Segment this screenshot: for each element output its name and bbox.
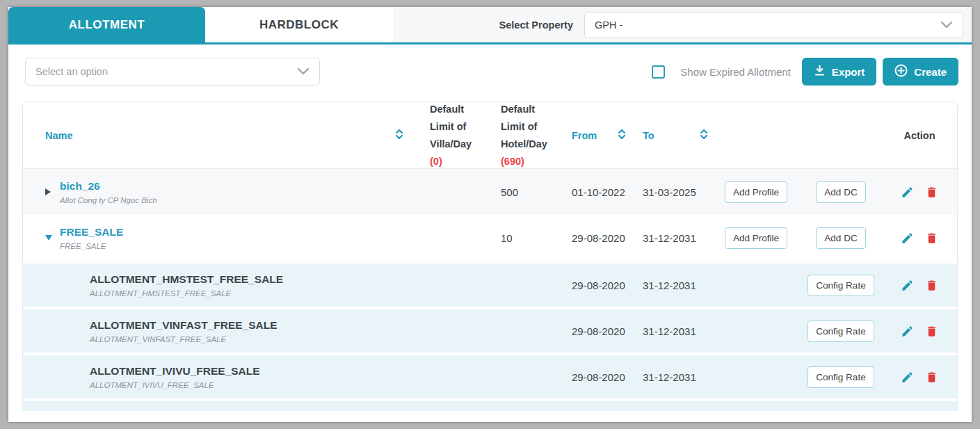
delete-icon[interactable] [925, 371, 938, 384]
delete-icon[interactable] [925, 232, 938, 245]
expand-caret-icon[interactable] [45, 188, 51, 195]
name-stack: ALLOTMENT_VINFAST_FREE_SALE ALLOTMENT_VI… [90, 319, 278, 343]
hotel-limit-count: (690) [501, 153, 559, 170]
show-expired-label: Show Expired Allotment [680, 66, 790, 78]
to-date-cell: 31-12-2031 [630, 232, 712, 244]
export-button-label: Export [832, 66, 865, 78]
column-header-from[interactable]: From [559, 128, 630, 143]
hotel-limit-line2: Hotel/Day [501, 136, 559, 153]
desktop-frame: ALLOTMENT HARDBLOCK Select Property GPH … [0, 0, 980, 429]
action-cell [882, 371, 957, 384]
table-row-partial [23, 401, 957, 411]
table-row-free-sale: FREE_SALE FREE_SALE 10 29-08-2020 31-12-… [23, 215, 957, 261]
row-subtitle: ALLOTMENT_VINFAST_FREE_SALE [90, 335, 278, 343]
row-subtitle: FREE_SALE [60, 242, 123, 250]
name-stack: bich_26 Allot Cong ty CP Ngoc Bich [60, 180, 157, 204]
name-stack: ALLOTMENT_IVIVU_FREE_SALE ALLOTMENT_IVIV… [90, 365, 260, 389]
column-header-name[interactable]: Name [23, 128, 413, 143]
name-cell: bich_26 Allot Cong ty CP Ngoc Bich [23, 180, 413, 204]
hotel-limit-cell: 10 [483, 232, 559, 244]
row-name[interactable]: ALLOTMENT_VINFAST_FREE_SALE [90, 319, 278, 332]
config-rate-button[interactable]: Config Rate [808, 275, 874, 296]
to-date-cell: 31-03-2025 [630, 186, 712, 198]
delete-icon[interactable] [925, 325, 938, 338]
sort-chevrons-icon[interactable] [618, 128, 626, 143]
chevron-down-icon [297, 65, 310, 78]
name-cell: FREE_SALE FREE_SALE [23, 226, 413, 250]
name-header-label: Name [45, 130, 73, 141]
download-icon [814, 65, 826, 79]
table-row-hmstest: ALLOTMENT_HMSTEST_FREE_SALE ALLOTMENT_HM… [23, 261, 957, 307]
create-button-label: Create [914, 66, 947, 78]
to-date-cell: 31-12-2031 [630, 325, 712, 337]
property-selector-group: Select Property GPH - [393, 7, 972, 42]
allotment-table: Name Default Limit of Villa/Day (0) Defa… [22, 102, 958, 411]
row-subtitle: ALLOTMENT_IVIVU_FREE_SALE [90, 381, 260, 389]
action-cell [882, 325, 957, 338]
action-cell [882, 279, 957, 292]
table-row-ivivu: ALLOTMENT_IVIVU_FREE_SALE ALLOTMENT_IVIV… [23, 353, 957, 398]
villa-limit-line2: Villa/Day [430, 136, 483, 153]
from-date-cell: 29-08-2020 [559, 232, 630, 244]
table-row-vinfast: ALLOTMENT_VINFAST_FREE_SALE ALLOTMENT_VI… [23, 307, 957, 353]
add-dc-button[interactable]: Add DC [816, 181, 865, 203]
property-select-value: GPH - [595, 19, 940, 31]
row-name[interactable]: ALLOTMENT_IVIVU_FREE_SALE [90, 365, 260, 378]
from-date-cell: 01-10-2022 [559, 186, 630, 198]
allotment-page: ALLOTMENT HARDBLOCK Select Property GPH … [8, 7, 972, 422]
filter-select-placeholder: Select an option [35, 66, 297, 77]
hotel-limit-cell: 500 [483, 186, 559, 198]
to-date-cell: 31-12-2031 [630, 280, 712, 291]
hotel-limit-line1: Default Limit of [501, 102, 559, 136]
row-subtitle: ALLOTMENT_HMSTEST_FREE_SALE [90, 289, 283, 298]
villa-limit-line1: Default Limit of [430, 102, 483, 136]
name-cell: ALLOTMENT_VINFAST_FREE_SALE ALLOTMENT_VI… [23, 319, 413, 343]
tab-bar: ALLOTMENT HARDBLOCK Select Property GPH … [8, 7, 972, 44]
property-select[interactable]: GPH - [584, 12, 963, 38]
villa-limit-count: (0) [430, 153, 483, 170]
table-row-bich-26: bich_26 Allot Cong ty CP Ngoc Bich 500 0… [23, 169, 957, 215]
tab-allotment[interactable]: ALLOTMENT [8, 7, 205, 42]
column-header-to[interactable]: To [630, 128, 712, 143]
column-header-hotel-limit: Default Limit of Hotel/Day (690) [483, 102, 559, 170]
toolbar: Select an option Show Expired Allotment … [8, 44, 972, 99]
add-dc-button[interactable]: Add DC [816, 227, 865, 249]
action-cell [882, 232, 957, 245]
export-button[interactable]: Export [802, 58, 877, 86]
from-date-cell: 29-08-2020 [559, 280, 630, 291]
name-stack: FREE_SALE FREE_SALE [60, 226, 123, 250]
action-cell [882, 186, 957, 199]
edit-icon[interactable] [901, 279, 914, 292]
edit-icon[interactable] [901, 232, 914, 245]
add-profile-button[interactable]: Add Profile [725, 181, 787, 203]
chevron-down-icon [940, 19, 953, 31]
row-name[interactable]: ALLOTMENT_HMSTEST_FREE_SALE [90, 273, 283, 286]
column-header-villa-limit: Default Limit of Villa/Day (0) [413, 102, 483, 170]
edit-icon[interactable] [901, 371, 914, 384]
add-profile-button[interactable]: Add Profile [725, 227, 787, 249]
sort-chevrons-icon[interactable] [395, 128, 403, 143]
to-date-cell: 31-12-2031 [630, 371, 712, 383]
edit-icon[interactable] [901, 325, 914, 338]
delete-icon[interactable] [925, 186, 938, 199]
delete-icon[interactable] [925, 279, 938, 292]
to-header-label: To [643, 130, 654, 141]
row-name-link[interactable]: FREE_SALE [60, 226, 123, 238]
filter-select[interactable]: Select an option [25, 58, 320, 86]
table-header-row: Name Default Limit of Villa/Day (0) Defa… [23, 102, 957, 169]
from-date-cell: 29-08-2020 [559, 325, 630, 337]
select-property-label: Select Property [499, 19, 573, 31]
edit-icon[interactable] [901, 186, 914, 199]
show-expired-checkbox[interactable] [652, 65, 665, 79]
collapse-caret-icon[interactable] [45, 235, 52, 241]
name-stack: ALLOTMENT_HMSTEST_FREE_SALE ALLOTMENT_HM… [90, 273, 283, 298]
config-rate-button[interactable]: Config Rate [808, 321, 874, 342]
sort-chevrons-icon[interactable] [700, 128, 708, 143]
from-header-label: From [572, 130, 597, 141]
tab-hardblock[interactable]: HARDBLOCK [205, 7, 393, 42]
create-button[interactable]: Create [883, 58, 958, 86]
name-cell: ALLOTMENT_HMSTEST_FREE_SALE ALLOTMENT_HM… [23, 273, 413, 298]
config-rate-button[interactable]: Config Rate [808, 366, 874, 388]
row-name-link[interactable]: bich_26 [60, 180, 157, 193]
row-subtitle: Allot Cong ty CP Ngoc Bich [60, 196, 157, 204]
